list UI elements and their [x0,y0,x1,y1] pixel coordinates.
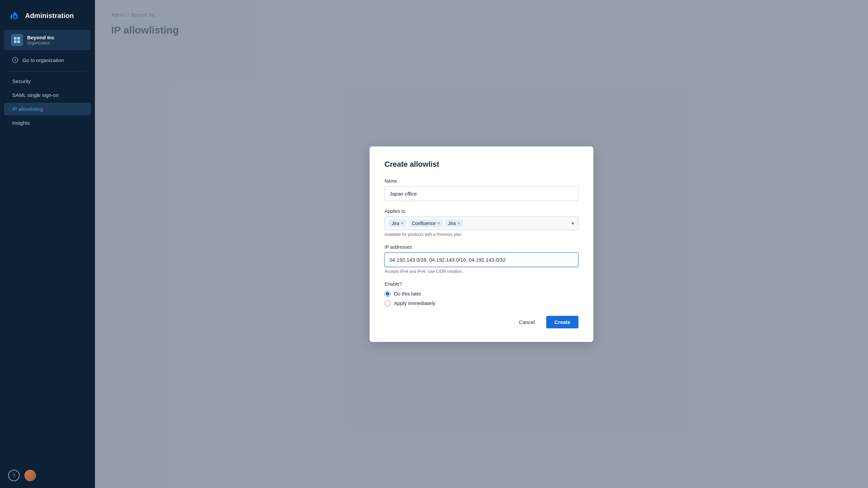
create-button[interactable]: Create [546,316,578,328]
enable-label: Enable? [384,281,578,287]
org-name: Beyond Inc [27,35,55,41]
org-info: Beyond Inc Organization [27,35,55,45]
tag-jira-2: Jira × [446,220,463,227]
sidebar-label-security: Security [12,78,31,84]
sidebar-bottom: ? [0,463,95,488]
tag-confluence-label: Confluence [412,221,436,226]
svg-rect-1 [17,37,20,40]
sidebar-item-ip-allowlisting[interactable]: IP allowlisting [4,103,91,115]
name-form-group: Name [384,178,578,201]
svg-rect-3 [17,40,20,43]
applies-to-hint: Available for products with a Premium pl… [384,232,578,237]
sidebar-header: Administration [0,0,95,30]
modal-overlay: Create allowlist Name Applies to Jira × … [95,0,868,488]
tag-jira-1-label: Jira [392,221,399,226]
radio-group: Do this later Apply immediately [384,291,578,306]
tag-jira-1-remove[interactable]: × [401,221,404,225]
org-icon [11,34,23,46]
tag-jira-2-label: Jira [448,221,456,226]
radio-do-later[interactable]: Do this later [384,291,578,297]
sidebar-divider [8,71,87,72]
applies-to-form-group: Applies to Jira × Confluence × Jira × ▾ [384,208,578,237]
tag-jira-1: Jira × [389,220,406,227]
radio-do-later-input[interactable] [384,291,391,297]
cancel-button[interactable]: Cancel [512,316,542,328]
svg-rect-0 [14,37,17,40]
ip-addresses-label: IP addresses [384,244,578,250]
applies-to-label: Applies to [384,208,578,214]
atlassian-logo [8,9,20,22]
svg-rect-2 [14,40,17,43]
sidebar: Administration Beyond Inc Organization G… [0,0,95,488]
ip-addresses-form-group: IP addresses Accepts IPv4 and IPv6. Use … [384,244,578,274]
ip-addresses-hint: Accepts IPv4 and IPv6. Use CIDR notation… [384,269,578,274]
sidebar-item-security[interactable]: Security [4,75,91,87]
tag-confluence-remove[interactable]: × [437,221,440,225]
go-to-org-label: Go to organization [22,57,64,63]
tag-jira-2-remove[interactable]: × [457,221,460,225]
sidebar-label-insights: Insights [12,120,30,126]
sidebar-item-insights[interactable]: Insights [4,117,91,129]
help-button[interactable]: ? [8,470,20,481]
name-label: Name [384,178,578,184]
radio-apply-immediately[interactable]: Apply immediately [384,300,578,306]
svg-point-4 [13,57,18,63]
sidebar-org[interactable]: Beyond Inc Organization [4,30,91,50]
avatar[interactable] [24,470,36,481]
applies-to-chevron-icon: ▾ [572,221,574,226]
sidebar-label-ip-allowlisting: IP allowlisting [12,106,43,112]
back-icon [12,57,18,63]
go-to-org-item[interactable]: Go to organization [4,53,91,67]
avatar-image [24,470,36,481]
sidebar-app-title: Administration [25,12,74,20]
sidebar-item-saml[interactable]: SAML single sign-on [4,89,91,101]
radio-apply-immediately-input[interactable] [384,300,391,306]
main-area: Admin / Beyond Inc IP allowlisting Creat… [95,0,868,488]
create-allowlist-modal: Create allowlist Name Applies to Jira × … [370,146,593,342]
ip-addresses-input[interactable] [384,252,578,267]
applies-to-dropdown[interactable]: Jira × Confluence × Jira × ▾ [384,217,578,230]
sidebar-label-saml: SAML single sign-on [12,92,59,98]
modal-footer: Cancel Create [384,316,578,328]
radio-apply-immediately-label: Apply immediately [394,300,435,306]
tag-confluence: Confluence × [409,220,442,227]
radio-do-later-label: Do this later [394,291,421,297]
enable-section: Enable? Do this later Apply immediately [384,281,578,306]
name-input[interactable] [384,186,578,201]
modal-title: Create allowlist [384,160,578,169]
org-type: Organization [27,41,55,45]
